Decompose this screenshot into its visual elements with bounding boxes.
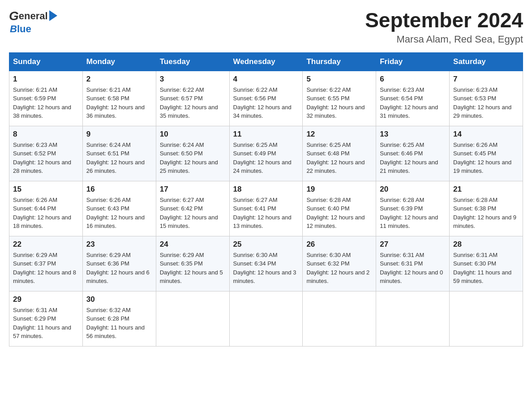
day-info: Sunrise: 6:26 AMSunset: 6:45 PMDaylight:… <box>453 141 511 175</box>
calendar-cell: 13 Sunrise: 6:25 AMSunset: 6:46 PMDaylig… <box>376 126 450 181</box>
calendar-cell: 20 Sunrise: 6:28 AMSunset: 6:39 PMDaylig… <box>376 181 450 236</box>
day-info: Sunrise: 6:23 AMSunset: 6:54 PMDaylight:… <box>380 86 438 120</box>
calendar-week-row: 29 Sunrise: 6:31 AMSunset: 6:29 PMDaylig… <box>9 291 523 346</box>
day-number: 19 <box>306 185 372 194</box>
col-header-saturday: Saturday <box>450 52 523 71</box>
calendar-cell <box>450 291 523 346</box>
day-info: Sunrise: 6:25 AMSunset: 6:46 PMDaylight:… <box>380 141 438 175</box>
calendar-header-row: SundayMondayTuesdayWednesdayThursdayFrid… <box>9 52 523 71</box>
calendar-cell: 8 Sunrise: 6:23 AMSunset: 6:52 PMDayligh… <box>9 126 83 181</box>
calendar-cell: 25 Sunrise: 6:30 AMSunset: 6:34 PMDaylig… <box>229 236 303 291</box>
calendar-week-row: 8 Sunrise: 6:23 AMSunset: 6:52 PMDayligh… <box>9 126 523 181</box>
day-number: 16 <box>86 185 152 194</box>
day-info: Sunrise: 6:21 AMSunset: 6:59 PMDaylight:… <box>13 86 71 120</box>
calendar-title: September 2024 <box>365 9 523 32</box>
day-number: 2 <box>86 75 152 84</box>
day-number: 14 <box>453 130 519 139</box>
day-info: Sunrise: 6:27 AMSunset: 6:42 PMDaylight:… <box>160 197 218 230</box>
calendar-cell: 5 Sunrise: 6:22 AMSunset: 6:55 PMDayligh… <box>303 71 376 126</box>
day-info: Sunrise: 6:31 AMSunset: 6:29 PMDaylight:… <box>13 307 71 340</box>
day-info: Sunrise: 6:25 AMSunset: 6:49 PMDaylight:… <box>233 141 292 175</box>
day-number: 5 <box>306 75 372 84</box>
day-info: Sunrise: 6:31 AMSunset: 6:31 PMDaylight:… <box>380 252 443 285</box>
day-number: 7 <box>453 75 519 84</box>
day-number: 30 <box>86 295 152 304</box>
calendar-cell: 24 Sunrise: 6:29 AMSunset: 6:35 PMDaylig… <box>156 236 229 291</box>
day-number: 25 <box>233 240 299 249</box>
day-info: Sunrise: 6:28 AMSunset: 6:39 PMDaylight:… <box>380 197 438 230</box>
day-info: Sunrise: 6:31 AMSunset: 6:30 PMDaylight:… <box>453 252 511 285</box>
col-header-sunday: Sunday <box>9 52 83 71</box>
day-number: 17 <box>160 185 226 194</box>
day-number: 29 <box>13 295 79 304</box>
day-info: Sunrise: 6:25 AMSunset: 6:48 PMDaylight:… <box>306 141 365 175</box>
day-info: Sunrise: 6:28 AMSunset: 6:38 PMDaylight:… <box>453 197 516 230</box>
col-header-monday: Monday <box>82 52 156 71</box>
day-number: 6 <box>380 75 446 84</box>
day-info: Sunrise: 6:23 AMSunset: 6:52 PMDaylight:… <box>13 141 71 175</box>
calendar-cell: 7 Sunrise: 6:23 AMSunset: 6:53 PMDayligh… <box>450 71 523 126</box>
day-number: 3 <box>160 75 226 84</box>
day-info: Sunrise: 6:22 AMSunset: 6:55 PMDaylight:… <box>306 86 365 120</box>
calendar-cell <box>303 291 376 346</box>
calendar-cell: 10 Sunrise: 6:24 AMSunset: 6:50 PMDaylig… <box>156 126 229 181</box>
day-number: 24 <box>160 240 226 249</box>
calendar-cell: 17 Sunrise: 6:27 AMSunset: 6:42 PMDaylig… <box>156 181 229 236</box>
day-info: Sunrise: 6:24 AMSunset: 6:50 PMDaylight:… <box>160 141 218 175</box>
calendar-cell: 4 Sunrise: 6:22 AMSunset: 6:56 PMDayligh… <box>229 71 303 126</box>
logo-g: G <box>9 9 19 23</box>
calendar-cell: 29 Sunrise: 6:31 AMSunset: 6:29 PMDaylig… <box>9 291 83 346</box>
calendar-cell: 23 Sunrise: 6:29 AMSunset: 6:36 PMDaylig… <box>82 236 156 291</box>
day-number: 22 <box>13 240 79 249</box>
calendar-cell: 12 Sunrise: 6:25 AMSunset: 6:48 PMDaylig… <box>303 126 376 181</box>
day-number: 8 <box>13 130 79 139</box>
day-number: 21 <box>453 185 519 194</box>
calendar-cell: 2 Sunrise: 6:21 AMSunset: 6:58 PMDayligh… <box>82 71 156 126</box>
col-header-wednesday: Wednesday <box>229 52 303 71</box>
calendar-cell: 11 Sunrise: 6:25 AMSunset: 6:49 PMDaylig… <box>229 126 303 181</box>
day-info: Sunrise: 6:21 AMSunset: 6:58 PMDaylight:… <box>86 86 145 120</box>
calendar-cell: 6 Sunrise: 6:23 AMSunset: 6:54 PMDayligh… <box>376 71 450 126</box>
calendar-cell: 19 Sunrise: 6:28 AMSunset: 6:40 PMDaylig… <box>303 181 376 236</box>
day-number: 20 <box>380 185 446 194</box>
calendar-cell <box>156 291 229 346</box>
day-number: 4 <box>233 75 299 84</box>
calendar-cell: 16 Sunrise: 6:26 AMSunset: 6:43 PMDaylig… <box>82 181 156 236</box>
day-info: Sunrise: 6:30 AMSunset: 6:32 PMDaylight:… <box>306 252 369 285</box>
day-info: Sunrise: 6:26 AMSunset: 6:43 PMDaylight:… <box>86 197 145 230</box>
day-info: Sunrise: 6:22 AMSunset: 6:56 PMDaylight:… <box>233 86 292 120</box>
col-header-tuesday: Tuesday <box>156 52 229 71</box>
day-info: Sunrise: 6:29 AMSunset: 6:36 PMDaylight:… <box>86 252 150 285</box>
calendar-cell: 22 Sunrise: 6:29 AMSunset: 6:37 PMDaylig… <box>9 236 83 291</box>
col-header-friday: Friday <box>376 52 450 71</box>
calendar-cell: 3 Sunrise: 6:22 AMSunset: 6:57 PMDayligh… <box>156 71 229 126</box>
day-info: Sunrise: 6:23 AMSunset: 6:53 PMDaylight:… <box>453 86 511 120</box>
calendar-cell: 27 Sunrise: 6:31 AMSunset: 6:31 PMDaylig… <box>376 236 450 291</box>
day-info: Sunrise: 6:26 AMSunset: 6:44 PMDaylight:… <box>13 197 71 230</box>
calendar-cell: 18 Sunrise: 6:27 AMSunset: 6:41 PMDaylig… <box>229 181 303 236</box>
title-area: September 2024 Marsa Alam, Red Sea, Egyp… <box>365 9 523 45</box>
calendar-cell: 1 Sunrise: 6:21 AMSunset: 6:59 PMDayligh… <box>9 71 83 126</box>
logo-eneral: eneral <box>19 10 48 22</box>
calendar-cell: 14 Sunrise: 6:26 AMSunset: 6:45 PMDaylig… <box>450 126 523 181</box>
day-number: 9 <box>86 130 152 139</box>
logo-lue: lue <box>17 23 31 35</box>
day-number: 11 <box>233 130 299 139</box>
day-number: 26 <box>306 240 372 249</box>
day-number: 13 <box>380 130 446 139</box>
calendar-week-row: 1 Sunrise: 6:21 AMSunset: 6:59 PMDayligh… <box>9 71 523 126</box>
logo-arrow-icon <box>49 10 57 21</box>
day-number: 27 <box>380 240 446 249</box>
day-info: Sunrise: 6:32 AMSunset: 6:28 PMDaylight:… <box>86 307 145 340</box>
day-number: 18 <box>233 185 299 194</box>
calendar-cell: 26 Sunrise: 6:30 AMSunset: 6:32 PMDaylig… <box>303 236 376 291</box>
day-number: 23 <box>86 240 152 249</box>
calendar-cell: 30 Sunrise: 6:32 AMSunset: 6:28 PMDaylig… <box>82 291 156 346</box>
calendar-table: SundayMondayTuesdayWednesdayThursdayFrid… <box>9 52 523 347</box>
day-info: Sunrise: 6:28 AMSunset: 6:40 PMDaylight:… <box>306 197 365 230</box>
calendar-cell: 9 Sunrise: 6:24 AMSunset: 6:51 PMDayligh… <box>82 126 156 181</box>
calendar-week-row: 15 Sunrise: 6:26 AMSunset: 6:44 PMDaylig… <box>9 181 523 236</box>
day-number: 12 <box>306 130 372 139</box>
day-number: 10 <box>160 130 226 139</box>
day-info: Sunrise: 6:30 AMSunset: 6:34 PMDaylight:… <box>233 252 296 285</box>
